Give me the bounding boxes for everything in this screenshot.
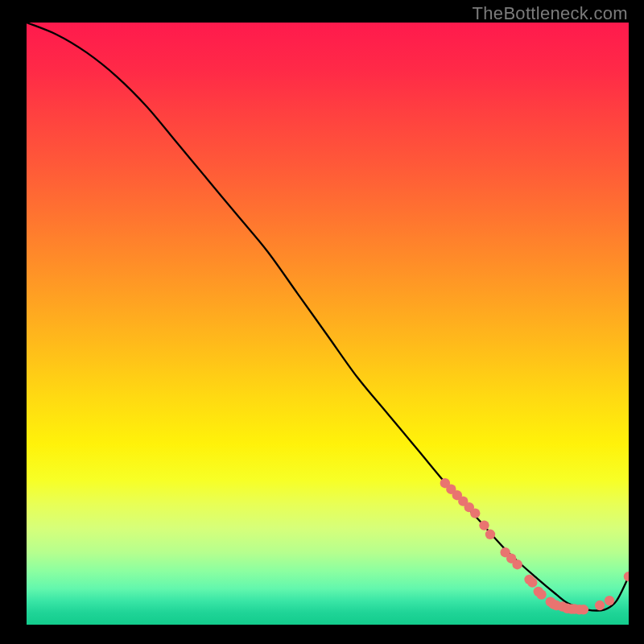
marker-dot	[485, 530, 495, 539]
marker-dot	[446, 485, 456, 494]
marker-dot	[624, 572, 629, 581]
marker-dot	[595, 601, 605, 610]
marker-dot	[574, 605, 584, 614]
marker-dot	[567, 604, 576, 613]
marker-dot	[464, 502, 474, 512]
marker-dot	[569, 604, 579, 613]
chart-svg	[27, 23, 629, 625]
marker-dot	[500, 547, 510, 557]
chart-markers	[440, 478, 629, 614]
chart-plot-area	[27, 23, 629, 625]
marker-dot	[506, 554, 516, 564]
marker-dot	[534, 587, 543, 597]
marker-dot	[527, 577, 537, 587]
marker-dot	[579, 605, 588, 614]
marker-dot	[548, 599, 558, 609]
marker-dot	[524, 575, 534, 584]
marker-dot	[605, 596, 614, 605]
marker-dot	[551, 601, 561, 610]
marker-dot	[452, 490, 462, 500]
marker-dot	[440, 478, 450, 488]
watermark-text: TheBottleneck.com	[473, 3, 628, 24]
marker-dot	[546, 597, 555, 606]
marker-dot	[479, 520, 489, 530]
marker-dot	[470, 508, 480, 518]
marker-dot	[563, 604, 572, 613]
marker-dot	[558, 601, 568, 611]
marker-dot	[458, 496, 468, 506]
marker-dot	[512, 559, 522, 569]
chart-stage: TheBottleneck.com	[0, 0, 644, 644]
marker-dot	[536, 589, 546, 599]
bottleneck-curve	[27, 23, 629, 610]
